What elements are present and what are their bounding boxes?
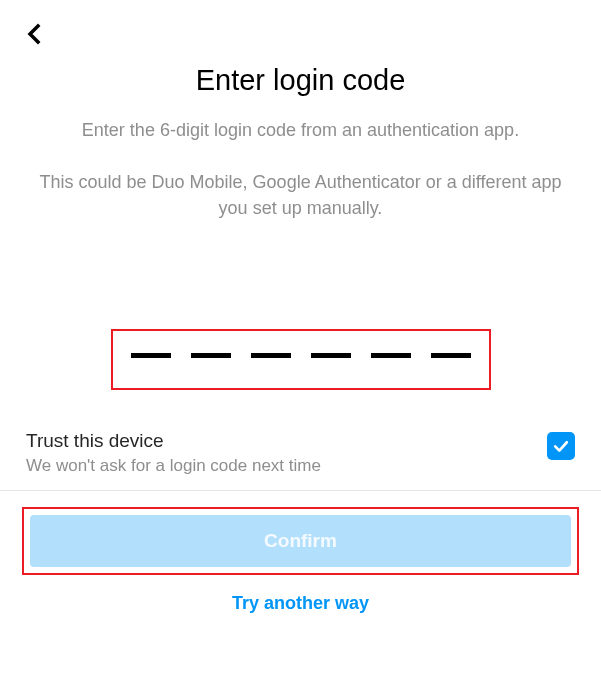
trust-title: Trust this device	[26, 430, 321, 452]
back-button[interactable]	[18, 18, 50, 50]
trust-subtitle: We won't ask for a login code next time	[26, 456, 321, 476]
bottom-actions: Confirm Try another way	[0, 491, 601, 614]
main-content: Enter login code Enter the 6-digit login…	[0, 64, 601, 390]
code-digit-placeholder	[311, 353, 351, 358]
trust-device-row: Trust this device We won't ask for a log…	[0, 390, 601, 490]
page-hint: This could be Duo Mobile, Google Authent…	[26, 169, 575, 221]
code-digit-placeholder	[371, 353, 411, 358]
checkmark-icon	[551, 436, 571, 456]
code-digit-placeholder	[131, 353, 171, 358]
page-subtitle: Enter the 6-digit login code from an aut…	[26, 117, 575, 143]
code-digit-placeholder	[431, 353, 471, 358]
page-title: Enter login code	[26, 64, 575, 97]
code-digit-placeholder	[251, 353, 291, 358]
chevron-left-icon	[22, 22, 46, 46]
code-group-left	[131, 353, 291, 358]
code-input[interactable]	[111, 329, 491, 390]
header-bar	[0, 0, 601, 50]
code-digit-placeholder	[191, 353, 231, 358]
try-another-way-link[interactable]: Try another way	[22, 593, 579, 614]
trust-device-checkbox[interactable]	[547, 432, 575, 460]
code-group-right	[311, 353, 471, 358]
trust-text: Trust this device We won't ask for a log…	[26, 430, 321, 476]
confirm-highlight: Confirm	[22, 507, 579, 575]
confirm-button[interactable]: Confirm	[30, 515, 571, 567]
